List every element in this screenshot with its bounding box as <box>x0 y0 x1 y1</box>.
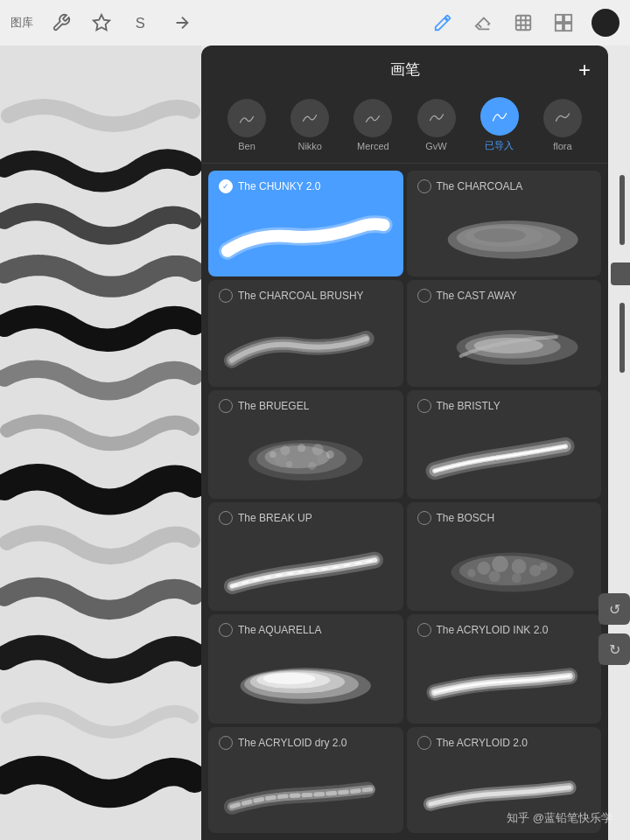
brush-check-acryloid-dry <box>219 736 233 750</box>
svg-text:S: S <box>136 15 145 31</box>
layers-icon[interactable] <box>551 10 576 35</box>
library-label[interactable]: 图库 <box>10 15 33 31</box>
brush-check-acryloid-ink <box>417 623 431 637</box>
brush-tool-icon[interactable] <box>430 10 455 35</box>
s-icon[interactable]: S <box>130 10 154 35</box>
brush-item-charcoal-brushy[interactable]: The CHARCOAL BRUSHY <box>208 280 403 386</box>
scroll-track-top[interactable] <box>620 175 625 245</box>
brush-header-charcoal-brushy: The CHARCOAL BRUSHY <box>219 289 364 303</box>
brush-preview-charcoal-brushy <box>219 308 393 377</box>
brush-check-bristly <box>417 399 431 413</box>
eraser-icon[interactable] <box>471 10 495 35</box>
svg-point-19 <box>312 444 324 455</box>
brush-name-break-up: The BREAK UP <box>238 512 312 524</box>
brush-item-chunky[interactable]: The CHUNKY 2.0 <box>208 171 403 276</box>
canvas-area <box>0 46 201 840</box>
tab-flora-label: flora <box>553 141 571 151</box>
brush-header-bristly: The BRISTLY <box>417 399 500 413</box>
watermark: 知乎 @蓝铅笔快乐学 <box>507 810 612 826</box>
brush-preview-bristly <box>417 418 592 490</box>
svg-point-22 <box>308 462 316 470</box>
scroll-thumb[interactable] <box>611 262 630 285</box>
brush-header-acryloid-ink: The ACRYLOID INK 2.0 <box>417 623 549 637</box>
brush-preview-acryloid-ink <box>417 642 592 714</box>
tab-ben-label: Ben <box>238 141 256 151</box>
tab-gvw[interactable]: GvW <box>417 99 456 151</box>
brush-item-cast-away[interactable]: The CAST AWAY <box>407 280 602 386</box>
brush-item-aquarella[interactable]: The AQUARELLA <box>208 614 403 723</box>
color-circle[interactable] <box>592 9 620 37</box>
redo-button[interactable]: ↻ <box>598 634 630 665</box>
add-brush-button[interactable]: + <box>578 60 591 80</box>
svg-point-29 <box>511 559 526 574</box>
brush-check-aquarella <box>219 623 233 637</box>
brush-preview-aquarella <box>219 642 393 714</box>
panel-title: 画笔 <box>390 60 420 80</box>
scroll-track-bottom[interactable] <box>620 303 625 373</box>
svg-point-9 <box>473 228 526 242</box>
tab-nikko[interactable]: Nikko <box>290 99 329 151</box>
brush-header-chunky: The CHUNKY 2.0 <box>219 179 320 193</box>
svg-rect-3 <box>564 15 571 22</box>
tab-imported-icon <box>480 97 519 136</box>
brush-item-bosch[interactable]: The BOSCH <box>407 502 602 611</box>
brush-preview-bruegel <box>219 418 393 490</box>
tab-ben[interactable]: Ben <box>228 99 266 151</box>
svg-rect-5 <box>564 24 571 31</box>
brush-header-acryloid-dry: The ACRYLOID dry 2.0 <box>219 736 347 750</box>
tab-flora[interactable]: flora <box>543 99 582 151</box>
brush-header-break-up: The BREAK UP <box>219 511 312 525</box>
brush-check-bruegel <box>219 399 233 413</box>
brush-preview-bosch <box>417 530 592 602</box>
wrench-icon[interactable] <box>49 10 74 35</box>
brush-name-acryloid-dry: The ACRYLOID dry 2.0 <box>238 737 347 749</box>
brush-name-acryloid-ink: The ACRYLOID INK 2.0 <box>437 624 549 636</box>
brush-panel: 画笔 + Ben Nikko <box>201 46 608 840</box>
brush-preview-break-up <box>219 530 393 602</box>
brush-check-break-up <box>219 511 233 525</box>
brush-name-charcoala: The CHARCOALA <box>437 180 523 192</box>
brush-preview-charcoala <box>417 199 592 268</box>
side-scrollbar <box>614 175 630 438</box>
brush-name-bruegel: The BRUEGEL <box>238 400 309 412</box>
brush-item-acryloid-ink[interactable]: The ACRYLOID INK 2.0 <box>407 614 602 723</box>
svg-point-18 <box>298 444 305 452</box>
tab-merced[interactable]: Merced <box>354 99 392 151</box>
smudge-icon[interactable] <box>511 10 536 35</box>
action-buttons: ↺ ↻ <box>598 593 630 665</box>
tab-flora-icon <box>543 99 582 137</box>
toolbar-left: 图库 S <box>10 10 430 35</box>
undo-button[interactable]: ↺ <box>598 593 630 625</box>
tab-imported[interactable]: 已导入 <box>480 97 519 152</box>
svg-point-20 <box>326 451 334 458</box>
brush-item-break-up[interactable]: The BREAK UP <box>208 502 403 611</box>
brush-header-bruegel: The BRUEGEL <box>219 399 309 413</box>
brush-header-bosch: The BOSCH <box>417 511 495 525</box>
svg-point-28 <box>492 556 508 572</box>
brush-header-acryloid: The ACRYLOID 2.0 <box>417 736 528 750</box>
svg-point-23 <box>275 452 288 466</box>
brush-header-aquarella: The AQUARELLA <box>219 623 321 637</box>
tab-gvw-label: GvW <box>425 141 446 151</box>
panel-header: 画笔 + <box>201 46 608 90</box>
brush-item-bruegel[interactable]: The BRUEGEL <box>208 390 403 499</box>
brush-header-cast-away: The CAST AWAY <box>417 289 517 303</box>
brush-name-aquarella: The AQUARELLA <box>238 624 321 636</box>
brush-item-acryloid-dry[interactable]: The ACRYLOID dry 2.0 <box>208 727 403 833</box>
magic-icon[interactable] <box>89 10 114 35</box>
brush-item-charcoala[interactable]: The CHARCOALA <box>407 171 602 276</box>
brush-preview-chunky <box>219 199 393 268</box>
brush-item-bristly[interactable]: The BRISTLY <box>407 390 602 499</box>
brush-preview-acryloid-dry <box>219 755 393 824</box>
svg-point-31 <box>488 570 500 582</box>
tab-nikko-icon <box>290 99 329 137</box>
tab-ben-icon <box>228 99 266 137</box>
svg-point-39 <box>263 673 316 684</box>
toolbar-right <box>430 9 620 37</box>
svg-rect-2 <box>556 15 563 22</box>
brush-check-acryloid <box>417 736 431 750</box>
svg-point-24 <box>317 454 326 464</box>
brush-grid: The CHUNKY 2.0 The CHARCOALA <box>201 164 608 840</box>
brush-check-cast-away <box>417 289 431 303</box>
arrow-icon[interactable] <box>170 10 194 35</box>
